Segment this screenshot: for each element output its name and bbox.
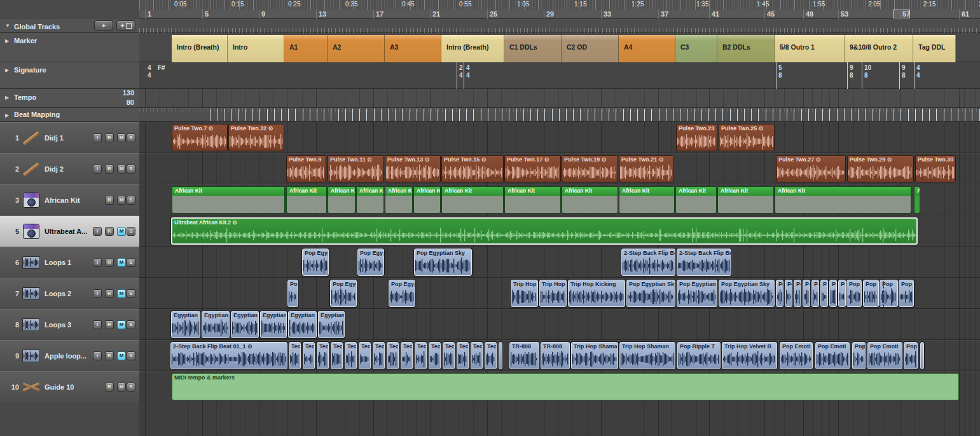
region-midi[interactable]: African Kit	[717, 186, 774, 214]
global-row-beat-mapping[interactable]: ▶ Beat Mapping	[0, 108, 139, 122]
region-blue[interactable]: Tec	[289, 342, 301, 369]
track-header-loops-2[interactable]: 7Loops 2IRMS	[0, 278, 139, 310]
signature-denominator[interactable]: 8	[864, 72, 868, 79]
input-monitor-button[interactable]: I	[93, 258, 102, 267]
bar-ruler-label[interactable]: 1	[145, 10, 151, 19]
region-rust[interactable]: Pulse Two.11 ⊙	[328, 155, 384, 182]
time-ruler-label[interactable]: 2:05	[868, 1, 880, 8]
region-blue[interactable]: Egyptian	[318, 311, 345, 338]
region-rust[interactable]: Pulse Two.13 ⊙	[385, 155, 441, 182]
signature-numerator[interactable]: 5	[778, 64, 782, 71]
region-blue[interactable]: Tec	[345, 342, 357, 369]
region-blue[interactable]: Pop Egyptian Sky	[357, 249, 384, 276]
bar-ruler-label[interactable]: 61	[959, 10, 969, 19]
region-blue[interactable]	[499, 342, 502, 369]
signature-numerator[interactable]: 4	[466, 64, 470, 71]
region-blue[interactable]: Pop Egyptian	[677, 280, 717, 307]
marker-region[interactable]: C2 OD	[562, 35, 619, 62]
signature-change-line[interactable]	[776, 62, 776, 89]
disclosure-down-icon[interactable]: ▼	[5, 23, 10, 29]
disclosure-right-icon[interactable]: ▶	[5, 67, 9, 73]
signature-denominator[interactable]: 8	[778, 72, 782, 79]
region-blue[interactable]: Tec	[373, 342, 385, 369]
track-header-guide-10[interactable]: 10Guide 10RMS	[0, 371, 139, 403]
mute-button[interactable]: M	[117, 133, 126, 142]
record-enable-button[interactable]: R	[105, 258, 114, 267]
region-blue[interactable]: Pop	[852, 342, 866, 369]
signature-numerator[interactable]: 4	[916, 64, 920, 71]
input-monitor-button[interactable]: I	[93, 289, 102, 298]
bar-ruler-label[interactable]: 33	[601, 10, 611, 19]
bar-ruler-label[interactable]: 41	[709, 10, 719, 19]
track-name[interactable]: African Kit	[45, 196, 80, 204]
machine-top[interactable]	[24, 224, 39, 229]
region-rust[interactable]: Pulse Two.27 ⊙	[776, 155, 846, 182]
region-blue[interactable]: Pop	[904, 342, 918, 369]
marker-region[interactable]: C1 DDLs	[504, 35, 562, 62]
track-name[interactable]: Ultrabeat A...	[45, 228, 87, 235]
region-blue[interactable]: Pop Emoti	[867, 342, 902, 369]
time-ruler[interactable]	[139, 0, 980, 10]
region-rust[interactable]: Pulse Two.17 ⊙	[504, 155, 561, 182]
marker-region[interactable]: B2 DDLs	[717, 35, 775, 62]
region-blue[interactable]: Pop	[820, 280, 828, 307]
input-monitor-button[interactable]: I	[93, 165, 102, 174]
global-row-signature[interactable]: ▶ Signature	[0, 62, 139, 89]
bar-ruler-label[interactable]: 53	[838, 10, 848, 19]
region-blue[interactable]: Pop Egyptian Sky	[626, 280, 675, 307]
time-ruler-label[interactable]: 1:05	[517, 1, 529, 8]
record-enable-button[interactable]: R	[105, 227, 114, 236]
signature-denominator[interactable]: 4	[466, 72, 470, 79]
time-ruler-label[interactable]: 0:55	[459, 1, 471, 8]
time-ruler-label[interactable]: 1:15	[574, 1, 586, 8]
marker-region[interactable]: 9&10/8 Outro 2	[845, 35, 913, 62]
region-blue[interactable]: Pop Emoti	[780, 342, 813, 369]
lane-separator-highlight[interactable]	[139, 340, 980, 341]
input-monitor-button[interactable]: I	[93, 227, 102, 236]
region-blue[interactable]: Pop	[838, 280, 846, 307]
mute-button[interactable]: M	[117, 289, 126, 298]
marker-region[interactable]: A1	[284, 35, 328, 62]
region-blue[interactable]: Trip Hop Shaman	[619, 342, 675, 369]
track-name[interactable]: Loops 1	[45, 259, 71, 266]
bar-ruler-label[interactable]: 17	[373, 10, 383, 19]
input-monitor-button[interactable]: I	[93, 133, 102, 142]
record-enable-button[interactable]: R	[105, 165, 114, 174]
signature-denominator[interactable]: 4	[459, 72, 463, 79]
region-blue[interactable]: Pop Egyptian Sky	[302, 249, 329, 276]
region-midi[interactable]: African Kit	[328, 186, 355, 214]
solo-button[interactable]: S	[127, 227, 135, 236]
region-blue[interactable]: Tec	[485, 342, 497, 369]
region-rust[interactable]: Pulse Two.19 ⊙	[562, 155, 618, 182]
machine-pad[interactable]	[27, 229, 36, 238]
solo-button[interactable]: S	[127, 351, 135, 360]
bar-ruler-label[interactable]: 29	[544, 10, 554, 19]
record-enable-button[interactable]: R	[105, 351, 114, 360]
region-midi[interactable]: African Kit	[775, 186, 911, 214]
track-name[interactable]: Apple loop...	[45, 352, 86, 360]
time-ruler-label[interactable]: 1:45	[757, 1, 769, 8]
time-ruler-label[interactable]: 2:15	[923, 1, 935, 8]
signature-numerator[interactable]: 9	[850, 64, 853, 71]
time-ruler-label[interactable]: 1:55	[813, 1, 825, 8]
region-blue[interactable]: Pop	[776, 280, 783, 307]
record-enable-button[interactable]: R	[105, 289, 114, 298]
mute-button[interactable]: M	[117, 196, 126, 205]
loop-body[interactable]	[22, 287, 40, 300]
region-blue[interactable]: Trip Hop Kicking	[568, 280, 625, 307]
region-blue[interactable]: Tec	[387, 342, 399, 369]
marker-region[interactable]: Tag DDL	[913, 35, 956, 62]
bar-ruler-label[interactable]: 13	[316, 10, 326, 19]
region-blue[interactable]: Pop	[863, 280, 879, 307]
region-midi[interactable]: African Kit	[619, 186, 675, 214]
region-midi[interactable]: African Kit	[172, 186, 285, 214]
mute-button[interactable]: M	[117, 383, 126, 392]
track-header-apple-loop[interactable]: 9Apple loop...IRMS	[0, 340, 139, 372]
region-blue[interactable]: Trip Hop Kicking	[511, 280, 538, 307]
lane-separator-highlight[interactable]	[139, 371, 980, 372]
mute-button[interactable]: M	[117, 320, 126, 329]
disclosure-right-icon[interactable]: ▶	[5, 38, 9, 44]
track-header-loops-1[interactable]: 6Loops 1IRMS	[0, 247, 139, 278]
signature-numerator[interactable]: 4	[148, 64, 151, 71]
signature-numerator[interactable]: 10	[864, 64, 871, 71]
